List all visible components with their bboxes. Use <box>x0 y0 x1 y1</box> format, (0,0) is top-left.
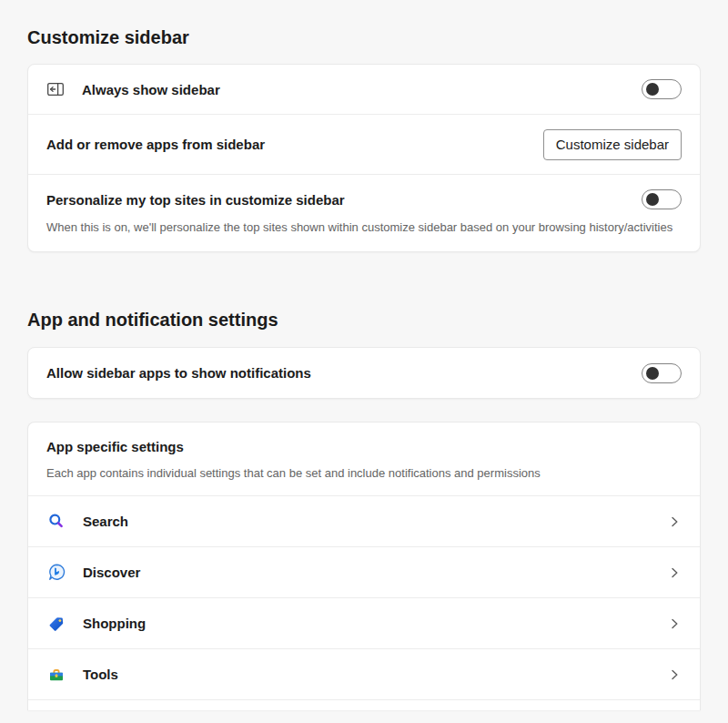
personalize-top-sites-description: When this is on, we'll personalize the t… <box>46 219 674 236</box>
app-label-discover: Discover <box>83 565 667 580</box>
chevron-right-icon <box>667 667 682 682</box>
allow-notifications-row: Allow sidebar apps to show notifications <box>28 348 700 398</box>
price-tag-icon <box>46 615 66 633</box>
allow-notifications-toggle[interactable] <box>642 363 682 383</box>
toolbox-icon <box>46 666 66 684</box>
app-specific-settings-card: App specific settings Each app contains … <box>27 422 701 710</box>
app-row-partial <box>28 699 700 710</box>
chevron-right-icon <box>667 514 682 529</box>
customize-sidebar-card: Always show sidebar Add or remove apps f… <box>27 64 701 252</box>
always-show-sidebar-toggle[interactable] <box>642 79 682 99</box>
notifications-card: Allow sidebar apps to show notifications <box>27 347 701 399</box>
app-label-tools: Tools <box>83 667 667 682</box>
app-specific-settings-title: App specific settings <box>46 438 682 456</box>
app-row-discover[interactable]: Discover <box>28 546 700 597</box>
sidebar-panel-icon <box>46 80 65 98</box>
add-remove-apps-row: Add or remove apps from sidebar Customiz… <box>28 114 700 174</box>
bing-logo-icon <box>46 563 66 582</box>
app-notification-settings-heading: App and notification settings <box>27 308 701 332</box>
personalize-top-sites-row: Personalize my top sites in customize si… <box>28 174 700 251</box>
toggle-knob <box>646 193 659 206</box>
chevron-right-icon <box>667 616 682 631</box>
personalize-top-sites-toggle[interactable] <box>642 189 682 209</box>
always-show-sidebar-label: Always show sidebar <box>82 82 642 97</box>
settings-page: Customize sidebar Always show sidebar Ad… <box>0 25 728 710</box>
app-label-shopping: Shopping <box>83 616 667 631</box>
always-show-sidebar-row: Always show sidebar <box>28 65 700 114</box>
allow-notifications-label: Allow sidebar apps to show notifications <box>46 365 642 381</box>
app-label-search: Search <box>83 514 667 529</box>
app-row-tools[interactable]: Tools <box>28 648 700 699</box>
personalize-top-sites-label: Personalize my top sites in customize si… <box>46 192 642 208</box>
customize-sidebar-button[interactable]: Customize sidebar <box>543 129 682 160</box>
add-remove-apps-label: Add or remove apps from sidebar <box>46 137 543 152</box>
app-specific-settings-header: App specific settings Each app contains … <box>28 423 700 495</box>
search-icon <box>46 513 66 531</box>
app-specific-settings-description: Each app contains individual settings th… <box>46 465 682 482</box>
toggle-knob <box>646 367 659 380</box>
customize-sidebar-heading: Customize sidebar <box>27 25 701 50</box>
toggle-knob <box>646 83 659 96</box>
chevron-right-icon <box>667 565 682 580</box>
app-row-search[interactable]: Search <box>28 495 700 546</box>
app-row-shopping[interactable]: Shopping <box>28 597 700 648</box>
